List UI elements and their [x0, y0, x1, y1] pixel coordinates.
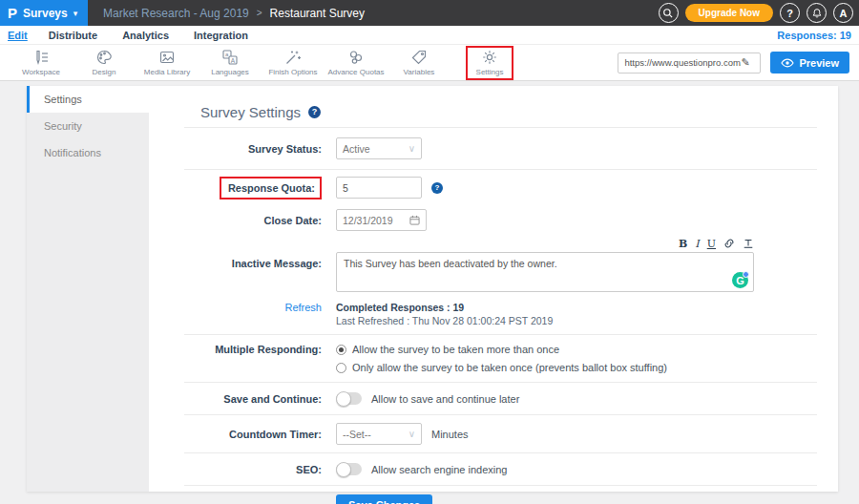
survey-status-row: Survey Status: Active ∨	[184, 128, 817, 169]
multiple-responding-row: Multiple Responding: Allow the survey to…	[184, 335, 817, 382]
radio-option-only-once[interactable]: Only allow the survey to be taken once (…	[336, 362, 667, 373]
nav-tab-distribute[interactable]: Distribute	[49, 30, 97, 41]
search-icon	[662, 8, 674, 19]
svg-text:a: a	[225, 52, 229, 57]
toolbar-item-languages[interactable]: a A Languages	[199, 49, 262, 76]
section-nav: Edit Distribute Analytics Integration Re…	[0, 26, 859, 45]
seo-row: SEO: Allow search engine indexing	[184, 453, 817, 485]
svg-text:A: A	[231, 57, 236, 64]
save-continue-row: Save and Continue: Allow to save and con…	[184, 383, 817, 414]
refresh-link[interactable]: Refresh	[184, 302, 322, 313]
toolbar-item-finish-options[interactable]: Finish Options	[262, 49, 325, 76]
clear-format-button[interactable]	[743, 238, 754, 249]
seo-toggle[interactable]	[336, 463, 362, 475]
response-quota-label: Response Quota:	[220, 177, 322, 200]
avatar-letter: A	[840, 8, 848, 19]
survey-status-label: Survey Status:	[184, 143, 322, 155]
palette-icon	[95, 49, 113, 66]
survey-url-input[interactable]	[618, 57, 741, 68]
countdown-timer-select[interactable]: --Set-- ∨	[336, 423, 422, 445]
chevron-down-icon: ∨	[409, 429, 415, 439]
questionpro-logo-icon: P	[8, 6, 17, 20]
save-changes-button[interactable]: Save Changes	[336, 494, 432, 504]
save-continue-text: Allow to save and continue later	[371, 393, 519, 405]
chain-links-icon	[347, 49, 365, 66]
topbar-actions: Upgrade Now ? A	[659, 3, 859, 23]
toolbar-item-media-library[interactable]: Media Library	[136, 49, 199, 76]
last-refreshed-text: Last Refreshed : Thu Nov 28 01:00:24 PST…	[336, 315, 553, 326]
bell-icon	[811, 8, 823, 19]
account-avatar[interactable]: A	[833, 3, 853, 23]
radio-selected-icon[interactable]	[336, 345, 346, 355]
magic-wand-icon	[284, 49, 302, 66]
toolbar-item-settings[interactable]: Settings	[466, 46, 513, 80]
preview-button[interactable]: Preview	[770, 52, 849, 74]
edit-url-icon[interactable]: ✎	[741, 56, 753, 69]
link-button[interactable]	[723, 238, 735, 249]
multiple-responding-label: Multiple Responding:	[184, 344, 322, 355]
refresh-row: Refresh Completed Responses : 19 Last Re…	[184, 296, 817, 334]
upgrade-now-button[interactable]: Upgrade Now	[685, 4, 773, 22]
bold-button[interactable]: B	[679, 239, 687, 249]
eye-icon	[781, 58, 794, 68]
question-icon: ?	[786, 8, 793, 19]
survey-status-select[interactable]: Active ∨	[336, 137, 422, 159]
nav-tab-integration[interactable]: Integration	[194, 30, 248, 41]
notifications-button[interactable]	[807, 3, 827, 23]
toolbar-item-variables[interactable]: Variables	[388, 49, 450, 76]
nav-tab-analytics[interactable]: Analytics	[122, 30, 169, 41]
title-help-icon[interactable]: ?	[308, 106, 321, 118]
radio-option-label: Only allow the survey to be taken once (…	[352, 362, 667, 373]
close-date-value: 12/31/2019	[343, 215, 393, 226]
countdown-timer-value: --Set--	[343, 429, 371, 440]
save-continue-label: Save and Continue:	[184, 393, 322, 405]
save-continue-toggle[interactable]	[336, 392, 362, 405]
sidebar-item-security[interactable]: Security	[27, 113, 149, 139]
sidebar-item-notifications[interactable]: Notifications	[27, 139, 149, 166]
breadcrumb: Market Research - Aug 2019 > Restaurant …	[103, 7, 365, 20]
countdown-timer-label: Countdown Timer:	[184, 429, 322, 440]
help-button[interactable]: ?	[780, 3, 800, 23]
settings-sidebar: Settings Security Notifications	[27, 86, 149, 492]
radio-unselected-icon[interactable]	[336, 363, 346, 373]
workspace-icon	[32, 49, 50, 66]
settings-panel: Settings Security Notifications Survey S…	[27, 86, 838, 492]
search-button[interactable]	[659, 3, 679, 23]
radio-option-more-than-once[interactable]: Allow the survey to be taken more than o…	[336, 344, 667, 355]
breadcrumb-parent[interactable]: Market Research - Aug 2019	[103, 7, 249, 20]
chevron-down-icon: ▾	[73, 9, 78, 18]
page-title: Survey Settings ?	[200, 101, 817, 122]
underline-button[interactable]: U	[707, 239, 716, 249]
grammarly-icon: G	[732, 272, 748, 288]
nav-tab-edit[interactable]: Edit	[8, 30, 28, 41]
response-quota-label-cell: Response Quota:	[184, 182, 322, 194]
surveys-product-menu[interactable]: P Surveys ▾	[0, 0, 88, 26]
toolbar-item-workspace[interactable]: Workspace	[10, 49, 73, 76]
settings-main: Survey Settings ? Survey Status: Active …	[149, 86, 838, 492]
inactive-message-textarea[interactable]: This Survey has been deactivated by the …	[336, 252, 754, 292]
countdown-minutes-text: Minutes	[431, 429, 469, 440]
survey-url-box: ✎	[618, 52, 761, 74]
toolbar-item-design[interactable]: Design	[73, 49, 136, 76]
inactive-message-label: Inactive Message:	[184, 237, 322, 269]
responses-count-link[interactable]: Responses: 19	[777, 30, 851, 41]
countdown-timer-row: Countdown Timer: --Set-- ∨ Minutes	[184, 415, 817, 452]
toolbar-right: ✎ Preview	[618, 52, 849, 74]
sidebar-item-settings[interactable]: Settings	[27, 86, 149, 113]
toolbar-item-advance-quotas[interactable]: Advance Quotas	[325, 49, 388, 76]
calendar-icon	[409, 215, 420, 225]
response-quota-input[interactable]	[336, 177, 422, 199]
italic-button[interactable]: I	[695, 239, 699, 249]
edit-toolbar: Workspace Design Media Library a A Langu…	[0, 45, 859, 81]
top-bar: P Surveys ▾ Market Research - Aug 2019 >…	[0, 0, 859, 26]
close-date-input[interactable]: 12/31/2019	[336, 209, 427, 231]
page-title-text: Survey Settings	[200, 104, 301, 120]
response-quota-help-icon[interactable]: ?	[431, 182, 443, 194]
response-quota-row: Response Quota: ?	[184, 170, 817, 205]
preview-label: Preview	[799, 57, 839, 69]
product-menu-label: Surveys	[23, 7, 68, 20]
image-icon	[158, 49, 176, 66]
save-row: Save Changes	[184, 486, 817, 504]
close-date-label: Close Date:	[184, 215, 322, 226]
close-date-row: Close Date: 12/31/2019	[184, 205, 817, 237]
